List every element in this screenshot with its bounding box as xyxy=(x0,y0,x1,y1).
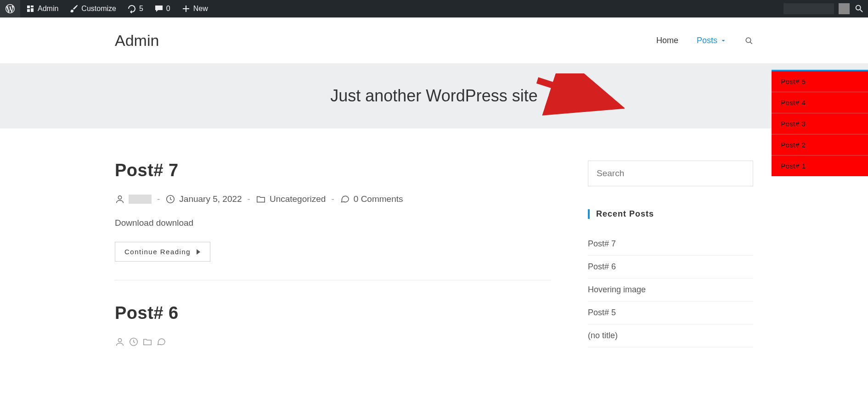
meta-category[interactable]: Uncategorized xyxy=(256,194,326,204)
nav-posts-label: Posts xyxy=(697,36,717,45)
new-content-menu[interactable]: New xyxy=(176,0,214,17)
svg-line-1 xyxy=(750,42,752,44)
category-value: Uncategorized xyxy=(270,194,326,204)
dropdown-item[interactable]: Post# 4 xyxy=(772,92,868,113)
post-meta: - January 5, 2022 - Uncategorized - xyxy=(115,194,551,204)
post-excerpt: Download download xyxy=(115,218,551,228)
recent-post-item[interactable]: Post# 7 xyxy=(588,233,753,256)
speech-icon xyxy=(156,337,166,347)
meta-category[interactable] xyxy=(142,337,152,347)
site-header: Admin Home Posts xyxy=(0,17,868,63)
dropdown-item[interactable]: Post# 3 xyxy=(772,113,868,134)
search-input[interactable] xyxy=(588,161,753,186)
main-content: Post# 7 - January 5, 2022 - xyxy=(106,161,762,370)
continue-reading-button[interactable]: Continue Reading xyxy=(115,242,210,262)
nav-posts[interactable]: Posts xyxy=(697,36,727,45)
recent-post-item[interactable]: Post# 5 xyxy=(588,301,753,324)
admin-label: Admin xyxy=(38,5,58,13)
tagline-text: Just another WordPress site xyxy=(0,86,868,106)
folder-icon xyxy=(142,337,152,347)
wordpress-icon xyxy=(6,4,15,13)
site-name-menu[interactable]: Admin xyxy=(20,0,64,17)
comments-menu[interactable]: 0 xyxy=(149,0,176,17)
arrow-annotation xyxy=(533,73,625,119)
post: Post# 6 xyxy=(115,303,551,347)
admin-bar-search-field[interactable] xyxy=(783,3,834,14)
customize-menu[interactable]: Customize xyxy=(64,0,122,17)
post-title[interactable]: Post# 7 xyxy=(115,161,551,180)
nav-home[interactable]: Home xyxy=(656,36,678,45)
dashboard-icon xyxy=(26,4,35,13)
wp-admin-bar: Admin Customize 5 0 New xyxy=(0,0,868,17)
posts-column: Post# 7 - January 5, 2022 - xyxy=(115,161,551,370)
comment-icon xyxy=(154,4,163,13)
clock-icon xyxy=(129,337,139,347)
meta-author[interactable] xyxy=(115,337,125,347)
continue-label: Continue Reading xyxy=(124,248,191,256)
folder-icon xyxy=(256,194,266,204)
recent-posts-list: Post# 7 Post# 6 Hovering image Post# 5 (… xyxy=(588,233,753,347)
svg-point-4 xyxy=(118,196,121,199)
meta-separator: - xyxy=(248,194,250,204)
svg-point-0 xyxy=(746,38,751,43)
brush-icon xyxy=(69,4,79,13)
meta-separator: - xyxy=(157,194,160,204)
meta-comments[interactable]: 0 Comments xyxy=(340,194,403,204)
date-value: January 5, 2022 xyxy=(179,194,242,204)
meta-date: January 5, 2022 xyxy=(165,194,242,204)
recent-post-item[interactable]: Hovering image xyxy=(588,279,753,301)
widget-title: Recent Posts xyxy=(588,209,753,219)
new-label: New xyxy=(193,5,208,13)
chevron-right-icon xyxy=(196,249,201,255)
recent-post-item[interactable]: (no title) xyxy=(588,324,753,347)
svg-point-6 xyxy=(118,339,121,342)
plus-icon xyxy=(181,4,191,13)
chevron-down-icon xyxy=(720,38,727,44)
recent-posts-widget: Recent Posts Post# 7 Post# 6 Hovering im… xyxy=(588,209,753,347)
dropdown-item[interactable]: Post# 5 xyxy=(772,71,868,92)
post-meta xyxy=(115,337,551,347)
meta-date xyxy=(129,337,139,347)
user-icon xyxy=(115,194,125,204)
admin-bar-right xyxy=(783,0,868,17)
tagline-banner: Just another WordPress site xyxy=(0,63,868,128)
nav-search-icon[interactable] xyxy=(745,37,753,45)
sidebar: Recent Posts Post# 7 Post# 6 Hovering im… xyxy=(588,161,753,370)
admin-bar-left: Admin Customize 5 0 New xyxy=(0,0,214,17)
meta-separator: - xyxy=(331,194,334,204)
wp-logo-menu[interactable] xyxy=(0,0,20,17)
primary-nav: Home Posts xyxy=(656,36,753,45)
clock-icon xyxy=(165,194,175,204)
posts-dropdown: Post# 5 Post# 4 Post# 3 Post# 2 Post# 1 xyxy=(772,70,868,176)
refresh-icon xyxy=(127,4,136,13)
customize-label: Customize xyxy=(81,5,116,13)
updates-count: 5 xyxy=(139,5,143,13)
meta-comments[interactable] xyxy=(156,337,166,347)
updates-menu[interactable]: 5 xyxy=(122,0,149,17)
recent-post-item[interactable]: Post# 6 xyxy=(588,256,753,279)
comments-value: 0 Comments xyxy=(354,194,403,204)
meta-author[interactable] xyxy=(115,194,152,204)
post-title[interactable]: Post# 6 xyxy=(115,303,551,323)
user-icon xyxy=(115,337,125,347)
admin-bar-search-icon[interactable] xyxy=(854,4,864,14)
author-name-blurred xyxy=(129,195,152,204)
site-title[interactable]: Admin xyxy=(115,32,159,50)
dropdown-item[interactable]: Post# 1 xyxy=(772,156,868,176)
speech-icon xyxy=(340,194,350,204)
comments-count: 0 xyxy=(166,5,170,13)
dropdown-item[interactable]: Post# 2 xyxy=(772,134,868,156)
post: Post# 7 - January 5, 2022 - xyxy=(115,161,551,280)
user-avatar[interactable] xyxy=(839,3,850,14)
svg-line-3 xyxy=(537,80,613,105)
